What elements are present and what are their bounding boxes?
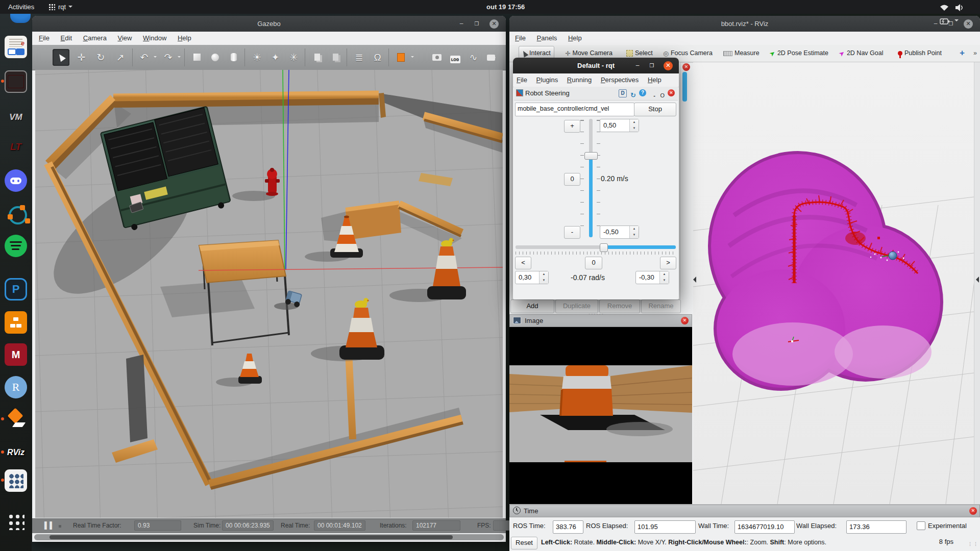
ros-time-field[interactable]: 383.76	[553, 520, 583, 534]
screenshot-button[interactable]	[428, 49, 445, 66]
add-display-button[interactable]: Add	[510, 299, 554, 313]
collapse-button[interactable]: -	[653, 89, 655, 102]
collapse-views-icon[interactable]	[973, 277, 979, 283]
tool-2d-nav-goal[interactable]: ➤2D Nav Goal	[836, 46, 886, 60]
insert-cylinder-tool[interactable]	[225, 49, 242, 66]
spin-down-icon[interactable]: ▼	[630, 232, 639, 238]
insert-sphere-tool[interactable]	[207, 49, 224, 66]
topic-input[interactable]: mobile_base_controller/cmd_vel	[515, 103, 634, 116]
point-light-tool[interactable]: ☀	[249, 49, 265, 66]
gazebo-viewport[interactable]	[35, 70, 503, 518]
menu-file[interactable]: File	[513, 73, 531, 87]
minimize-icon[interactable]: –	[633, 61, 642, 70]
linear-max-value[interactable]: 0,50	[600, 119, 629, 132]
collapse-displays-icon[interactable]	[690, 277, 696, 283]
window-resize-grip[interactable]: ⋮⋮	[968, 541, 979, 546]
close-icon[interactable]: ✕	[682, 63, 690, 71]
duplicate-display-button[interactable]: Duplicate	[555, 299, 598, 313]
spin-arrows[interactable]: ▲▼	[659, 271, 669, 284]
select-mode-tool[interactable]	[53, 49, 69, 66]
angular-min-spinbox[interactable]: -0,30 ▲▼	[635, 271, 669, 284]
angular-right-button[interactable]: >	[660, 257, 676, 269]
more-tools-icon[interactable]: »	[970, 46, 980, 60]
menu-window[interactable]: Window	[138, 32, 171, 45]
insert-model-tool[interactable]	[393, 49, 409, 66]
dock-item-gnome-boxes[interactable]	[5, 202, 27, 224]
spin-down-icon[interactable]: ▼	[660, 278, 669, 284]
rotate-tool[interactable]: ↻	[92, 49, 109, 66]
angular-left-button[interactable]: <	[515, 257, 531, 269]
scrollbar-handle[interactable]	[50, 535, 453, 539]
spin-up-icon[interactable]: ▲	[630, 119, 639, 126]
spin-up-icon[interactable]: ▲	[660, 271, 669, 278]
undo-dropdown-icon[interactable]	[154, 56, 157, 59]
menu-file[interactable]: File	[510, 32, 530, 45]
paste-button[interactable]	[327, 49, 344, 66]
linear-max-spinbox[interactable]: 0,50 ▲▼	[600, 119, 639, 132]
maximize-icon[interactable]: ❒	[647, 61, 656, 70]
angular-max-spinbox[interactable]: 0,30 ▲▼	[515, 271, 549, 284]
directional-light-tool[interactable]: ✳	[285, 49, 302, 66]
close-icon[interactable]: ✕	[964, 19, 973, 29]
angular-zero-button[interactable]: 0	[585, 257, 602, 269]
menu-file[interactable]: File	[34, 32, 54, 45]
linear-slider-track-upper[interactable]	[589, 119, 593, 156]
system-tray[interactable]	[935, 0, 980, 14]
angular-slider-track-right[interactable]	[603, 245, 676, 249]
close-icon[interactable]: ✕	[489, 19, 499, 29]
help-icon[interactable]: ?	[639, 89, 646, 96]
dock-item-app-partial[interactable]	[5, 14, 27, 36]
maximize-icon[interactable]: ❒	[472, 19, 481, 29]
tool-publish-point[interactable]: Publish Point	[895, 46, 945, 60]
time-panel-header[interactable]: Time ✕	[509, 505, 980, 517]
close-icon[interactable]: ✕	[969, 507, 977, 515]
dock-item-drawio[interactable]	[5, 311, 27, 334]
wall-time-field[interactable]: 1634677019.10	[734, 520, 795, 534]
dock-item-rviz[interactable]: RViz	[5, 441, 27, 464]
menu-help[interactable]: Help	[173, 32, 196, 45]
ros-elapsed-field[interactable]: 101.95	[634, 520, 696, 534]
spin-arrows[interactable]: ▲▼	[629, 226, 639, 238]
plot-button[interactable]: ∿	[465, 49, 482, 66]
pause-icon[interactable]: ▌▌	[44, 521, 52, 530]
menu-help[interactable]: Help	[644, 73, 665, 87]
undo-button[interactable]: ↶	[136, 49, 153, 66]
angular-slider-track-left[interactable]	[516, 245, 603, 249]
rviz-3d-view[interactable]	[693, 62, 974, 504]
clock[interactable]: out 19 17:56	[486, 0, 525, 14]
menu-panels[interactable]: Panels	[532, 32, 562, 45]
robot-steering-header[interactable]: Robot Steering D ↻ ? - O ✕	[514, 87, 678, 101]
spin-down-icon[interactable]: ▼	[630, 126, 639, 132]
gazebo-titlebar[interactable]: Gazebo – ❒ ✕	[32, 16, 506, 32]
tool-2d-pose-estimate[interactable]: ➤2D Pose Estimate	[767, 46, 831, 60]
linear-min-spinbox[interactable]: -0,50 ▲▼	[600, 226, 639, 239]
menu-running[interactable]: Running	[564, 73, 595, 87]
angular-slider-handle[interactable]	[600, 243, 608, 252]
linear-slider-handle[interactable]	[584, 152, 598, 160]
spin-up-icon[interactable]: ▲	[630, 226, 639, 232]
menu-plugins[interactable]: Plugins	[533, 73, 562, 87]
minimize-icon[interactable]: –	[457, 19, 466, 29]
dock-item-vmware[interactable]: VM	[5, 106, 27, 129]
spin-arrows[interactable]: ▲▼	[539, 271, 548, 284]
angular-max-value[interactable]: 0,30	[516, 271, 539, 284]
menu-help[interactable]: Help	[564, 32, 586, 45]
step-icon[interactable]	[59, 525, 61, 528]
app-menu-button[interactable]: rqt	[48, 0, 72, 14]
stop-button[interactable]: Stop	[634, 103, 676, 116]
image-panel-view[interactable]	[509, 327, 692, 504]
align-tool[interactable]: ≣	[351, 49, 368, 66]
close-icon[interactable]: ✕	[664, 61, 673, 70]
redo-dropdown-icon[interactable]	[178, 56, 181, 59]
image-panel-header[interactable]: Image ✕	[509, 314, 692, 327]
linear-slider-track-lower[interactable]	[589, 156, 593, 237]
linear-minus-button[interactable]: -	[564, 226, 580, 239]
copy-button[interactable]	[309, 49, 326, 66]
dock-item-document-reader[interactable]: e	[5, 36, 27, 58]
reload-icon[interactable]: ↻	[630, 89, 636, 102]
spin-down-icon[interactable]: ▼	[540, 278, 548, 284]
dock-item-p-ide[interactable]: P	[5, 278, 27, 300]
linear-min-value[interactable]: -0,50	[600, 226, 629, 238]
add-tool-button[interactable]: +	[957, 46, 968, 60]
dock-item-rqt[interactable]	[5, 469, 27, 492]
